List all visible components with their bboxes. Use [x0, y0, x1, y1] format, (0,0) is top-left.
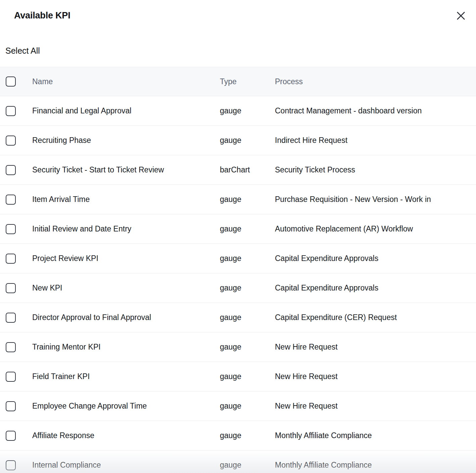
row-checkbox[interactable]	[6, 283, 16, 293]
modal-title: Available KPI	[14, 10, 466, 21]
column-header-process: Process	[275, 77, 476, 86]
table-row: Financial and Legal ApprovalgaugeContrac…	[0, 96, 476, 126]
table-row: Project Review KPIgaugeCapital Expenditu…	[0, 244, 476, 273]
kpi-process: Purchase Requisition - New Version - Wor…	[275, 195, 476, 204]
kpi-process: New Hire Request	[275, 372, 476, 381]
table-row: Field Trainer KPIgaugeNew Hire Request	[0, 362, 476, 391]
kpi-type: gauge	[220, 254, 275, 263]
row-checkbox[interactable]	[6, 460, 16, 470]
kpi-name: Security Ticket - Start to Ticket Review	[32, 165, 220, 174]
header-checkbox-cell	[0, 76, 32, 87]
kpi-type: gauge	[220, 283, 275, 293]
kpi-name: New KPI	[32, 283, 220, 293]
table-row: Employee Change Approval TimegaugeNew Hi…	[0, 391, 476, 421]
kpi-name: Initial Review and Date Entry	[32, 224, 220, 233]
column-header-name: Name	[32, 77, 220, 86]
row-checkbox[interactable]	[6, 372, 16, 382]
column-header-type: Type	[220, 77, 275, 86]
row-checkbox[interactable]	[6, 342, 16, 352]
kpi-process: Capital Expenditure Approvals	[275, 283, 476, 293]
select-all-label[interactable]: Select All	[5, 46, 40, 55]
row-checkbox-cell	[0, 283, 32, 293]
row-checkbox[interactable]	[6, 136, 16, 146]
table-row: Internal CompliancegaugeMonthly Affiliat…	[0, 451, 476, 473]
kpi-process: Contract Management - dashboard version	[275, 106, 476, 115]
kpi-name: Financial and Legal Approval	[32, 106, 220, 115]
available-kpi-modal: Available KPI Select All Name Type Proce…	[0, 0, 476, 473]
kpi-process: Capital Expenditure (CER) Request	[275, 313, 476, 322]
kpi-type: gauge	[220, 136, 275, 145]
table-row: Item Arrival TimegaugePurchase Requisiti…	[0, 185, 476, 214]
table-row: Security Ticket - Start to Ticket Review…	[0, 155, 476, 185]
kpi-table: Name Type Process Financial and Legal Ap…	[0, 67, 476, 473]
table-body: Financial and Legal ApprovalgaugeContrac…	[0, 96, 476, 473]
kpi-type: gauge	[220, 224, 275, 233]
row-checkbox-cell	[0, 372, 32, 382]
kpi-name: Project Review KPI	[32, 254, 220, 263]
close-icon	[456, 10, 466, 21]
modal-header: Available KPI	[0, 0, 476, 21]
table-row: Affiliate ResponsegaugeMonthly Affiliate…	[0, 421, 476, 451]
row-checkbox[interactable]	[6, 313, 16, 323]
kpi-process: Security Ticket Process	[275, 165, 476, 174]
row-checkbox-cell	[0, 313, 32, 323]
table-row: Director Approval to Final Approvalgauge…	[0, 303, 476, 332]
row-checkbox-cell	[0, 254, 32, 264]
kpi-type: barChart	[220, 165, 275, 174]
row-checkbox-cell	[0, 106, 32, 116]
kpi-name: Affiliate Response	[32, 431, 220, 440]
kpi-type: gauge	[220, 461, 275, 470]
kpi-type: gauge	[220, 195, 275, 204]
row-checkbox[interactable]	[6, 431, 16, 441]
row-checkbox[interactable]	[6, 254, 16, 264]
kpi-process: Monthly Affiliate Compliance	[275, 431, 476, 440]
kpi-type: gauge	[220, 313, 275, 322]
table-row: New KPIgaugeCapital Expenditure Approval…	[0, 273, 476, 303]
row-checkbox-cell	[0, 460, 32, 470]
kpi-type: gauge	[220, 431, 275, 440]
kpi-process: New Hire Request	[275, 343, 476, 352]
kpi-process: Monthly Affiliate Compliance	[275, 461, 476, 470]
row-checkbox-cell	[0, 136, 32, 146]
row-checkbox-cell	[0, 342, 32, 352]
kpi-name: Employee Change Approval Time	[32, 402, 220, 411]
close-button[interactable]	[455, 9, 467, 22]
kpi-type: gauge	[220, 106, 275, 115]
kpi-type: gauge	[220, 372, 275, 381]
kpi-name: Internal Compliance	[32, 461, 220, 470]
table-row: Training Mentor KPIgaugeNew Hire Request	[0, 332, 476, 362]
kpi-name: Training Mentor KPI	[32, 343, 220, 352]
kpi-process: Capital Expenditure Approvals	[275, 254, 476, 263]
select-all-checkbox[interactable]	[6, 76, 16, 87]
kpi-process: Automotive Replacement (AR) Workflow	[275, 224, 476, 233]
kpi-name: Director Approval to Final Approval	[32, 313, 220, 322]
kpi-process: Indirect Hire Request	[275, 136, 476, 145]
table-row: Initial Review and Date EntrygaugeAutomo…	[0, 214, 476, 244]
row-checkbox-cell	[0, 431, 32, 441]
kpi-name: Field Trainer KPI	[32, 372, 220, 381]
row-checkbox[interactable]	[6, 224, 16, 234]
kpi-type: gauge	[220, 343, 275, 352]
row-checkbox-cell	[0, 224, 32, 234]
kpi-type: gauge	[220, 402, 275, 411]
table-row: Recruiting PhasegaugeIndirect Hire Reque…	[0, 126, 476, 155]
row-checkbox[interactable]	[6, 165, 16, 175]
row-checkbox-cell	[0, 401, 32, 411]
row-checkbox-cell	[0, 195, 32, 205]
kpi-name: Recruiting Phase	[32, 136, 220, 145]
row-checkbox-cell	[0, 165, 32, 175]
kpi-name: Item Arrival Time	[32, 195, 220, 204]
row-checkbox[interactable]	[6, 401, 16, 411]
table-header-row: Name Type Process	[0, 67, 476, 96]
row-checkbox[interactable]	[6, 195, 16, 205]
row-checkbox[interactable]	[6, 106, 16, 116]
kpi-process: New Hire Request	[275, 402, 476, 411]
